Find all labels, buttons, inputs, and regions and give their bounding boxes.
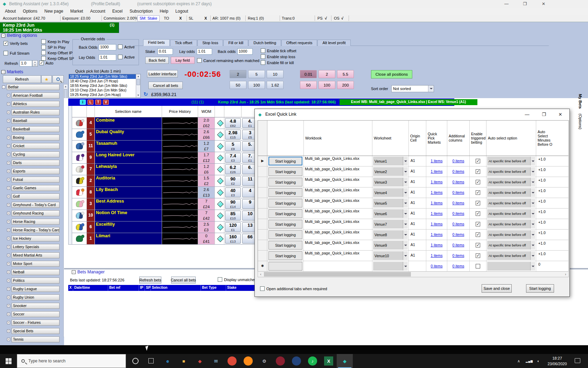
start-logging-button[interactable]: Start logging <box>268 241 302 250</box>
minimize-button[interactable]: — <box>501 1 512 7</box>
keep-offset-sp-checkbox[interactable]: Keep Offset SP <box>41 56 74 61</box>
market-tree-item[interactable]: + Politics <box>7 278 59 284</box>
selection-name-cell[interactable]: Combine <box>95 117 162 129</box>
market-tree-item[interactable]: + Snooker <box>7 303 59 309</box>
back-stake-button[interactable]: 1.62 <box>267 81 284 89</box>
scroll-up-icon[interactable]: ▲ <box>136 74 140 79</box>
origin-cell[interactable]: A1 <box>409 156 426 166</box>
quick-pick-item[interactable]: 19:10 Chep 23rd Jun (1m Mdn Stks) <box>69 88 136 93</box>
back-price-cell[interactable]: 90£2 <box>224 175 241 186</box>
menu-item[interactable]: Market <box>67 8 87 15</box>
expand-plus-icon[interactable]: + <box>7 229 10 232</box>
start-logging-button[interactable]: Start logging <box>268 199 302 207</box>
save-and-close-button[interactable]: Save and close <box>482 284 512 293</box>
back-price-cell[interactable]: 85£10 <box>224 210 241 221</box>
start-logging-button[interactable]: Start logging <box>268 209 302 218</box>
auto-select-minutes-cell[interactable]: +1.0 <box>536 188 567 198</box>
back-price-cell[interactable]: 4.8£82 <box>224 117 241 129</box>
refresh-bets-button[interactable]: Refresh bets <box>139 277 161 284</box>
additional-columns-link[interactable]: 0 items <box>447 201 469 205</box>
quick-pick-item[interactable]: 18:55 Kemp 23rd Jun (1m Mdn Stks) <box>69 83 136 88</box>
worksheet-dropdown[interactable]: Venue6 <box>373 209 408 218</box>
start-logging-button[interactable]: Start logging <box>268 188 302 197</box>
lay-field-button[interactable]: Lay field <box>171 57 195 64</box>
menu-item[interactable]: Options <box>19 8 41 15</box>
enable-triggered-checkbox[interactable] <box>476 211 480 216</box>
auto-select-minutes-cell[interactable]: +1.0 <box>536 209 567 219</box>
enable-tick-offset-checkbox[interactable]: Enable tick offset <box>261 48 296 53</box>
expand-plus-icon[interactable]: + <box>7 237 10 240</box>
maximize-button[interactable]: ❐ <box>520 1 530 7</box>
markets-refresh-button[interactable]: Refresh <box>3 75 41 83</box>
expand-plus-icon[interactable]: + <box>7 287 10 291</box>
search-markets-icon[interactable] <box>52 75 64 83</box>
start-logging-button[interactable]: Start logging <box>268 167 302 176</box>
auto-select-option-dropdown[interactable]: At specific time before off <box>487 209 535 218</box>
sl-x-icon[interactable]: X <box>204 16 207 20</box>
quick-pick-item[interactable]: 19:25 Kemp 23rd Jun (1m Hcap) <box>69 93 136 97</box>
lay-stake-button[interactable]: 200 <box>337 81 354 89</box>
expand-plus-icon[interactable]: + <box>7 329 10 333</box>
cancel-remaining-checkbox[interactable]: Cancel remaining when matched <box>197 58 259 63</box>
enable-triggered-checkbox[interactable] <box>476 190 480 195</box>
favourites-star-icon[interactable]: ★ <box>41 75 52 83</box>
dialog-start-logging-button[interactable]: Start logging <box>526 284 554 293</box>
ie-icon[interactable]: e <box>160 354 176 368</box>
hedge-diamond-icon[interactable] <box>216 117 224 129</box>
auto-select-option-dropdown[interactable]: At specific time before off <box>487 188 535 197</box>
market-tree-item[interactable]: + Greyhound Racing <box>7 210 59 216</box>
spotify-icon[interactable]: ♪ <box>304 354 321 368</box>
enable-triggered-checkbox[interactable] <box>476 243 480 247</box>
selection-name-cell[interactable]: Dubai Quality <box>95 129 162 140</box>
workbook-cell[interactable]: Multi_tab_page_Quick_Links.xlsx <box>304 156 372 166</box>
lay-stake-button[interactable]: 5.5 <box>337 70 354 78</box>
worksheet-dropdown[interactable]: Venue10 <box>373 251 408 260</box>
expand-plus-icon[interactable]: + <box>7 102 10 105</box>
quick-pick-markets-link[interactable]: 0 items <box>426 264 447 268</box>
cancel-all-bets-button[interactable]: Cancel all bets <box>148 82 183 89</box>
quick-pick-markets-link[interactable]: 1 items <box>426 222 447 226</box>
start-logging-button[interactable]: Start logging <box>268 220 302 229</box>
back-stake-button[interactable]: 100 <box>248 81 265 89</box>
market-tree-item[interactable]: + Gaelic Games <box>7 185 59 191</box>
my-bets-side-tab[interactable]: My Bets(Options) <box>578 94 582 129</box>
market-tree-item[interactable]: + Futsal <box>7 177 59 183</box>
view-button[interactable]: V <box>103 100 109 105</box>
auto-select-minutes-cell[interactable]: +1.0 <box>536 251 567 261</box>
stake-input[interactable]: 0.01 <box>158 48 173 55</box>
back-stake-button[interactable]: 50 <box>230 81 246 89</box>
expand-plus-icon[interactable]: + <box>7 271 10 274</box>
back-active-checkbox[interactable]: Active <box>118 45 135 49</box>
origin-cell[interactable]: A1 <box>409 177 426 187</box>
workbook-cell[interactable] <box>304 261 372 271</box>
fb-back-odds-input[interactable]: 1000 <box>237 48 253 55</box>
workbook-cell[interactable]: Multi_tab_page_Quick_Links.xlsx <box>304 188 372 198</box>
network-icon[interactable]: ▂▄▆ <box>526 354 533 368</box>
bets-manager-collapse[interactable]: - <box>72 270 76 274</box>
back-stake-button[interactable]: 5 <box>248 70 265 78</box>
dialog-maximize-button[interactable]: ❐ <box>536 109 552 120</box>
tab[interactable]: Stop loss <box>197 40 223 46</box>
auto-select-option-dropdown[interactable]: At specific time before off <box>487 251 535 260</box>
origin-cell[interactable] <box>409 261 426 271</box>
quick-pick-item[interactable]: 18:25 Kemp 23rd Jun (1m Mdn Stks) <box>69 74 136 79</box>
selection-name-cell[interactable]: Best Address <box>95 198 162 210</box>
market-tree-item[interactable]: + Athletics <box>7 101 59 107</box>
tab[interactable]: Field bets <box>143 39 170 46</box>
clock[interactable]: 18:2723/06/2020 <box>545 355 570 367</box>
market-tree-item[interactable]: + Soccer <box>7 311 59 317</box>
market-tree-item[interactable]: + Cricket <box>7 143 59 149</box>
market-tree-item[interactable]: + Australian Rules <box>7 109 59 115</box>
expand-plus-icon[interactable]: + <box>7 186 10 190</box>
expand-plus-icon[interactable]: + <box>7 296 10 299</box>
expand-plus-icon[interactable]: + <box>7 304 10 307</box>
auto-select-minutes-cell[interactable]: +1.0 <box>536 177 567 187</box>
enable-triggered-checkbox[interactable] <box>476 180 480 184</box>
back-price-cell[interactable]: 5£9 <box>224 141 241 152</box>
start-logging-button[interactable]: Start logging <box>268 178 302 186</box>
verify-bets-checkbox[interactable]: Verify bets <box>4 41 28 46</box>
additional-columns-link[interactable]: 0 items <box>447 159 469 163</box>
market-tree-item[interactable]: + Darts <box>7 160 59 166</box>
search-input[interactable]: Type here to search <box>17 354 126 368</box>
workbook-cell[interactable]: Multi_tab_page_Quick_Links.xlsx <box>304 219 372 229</box>
